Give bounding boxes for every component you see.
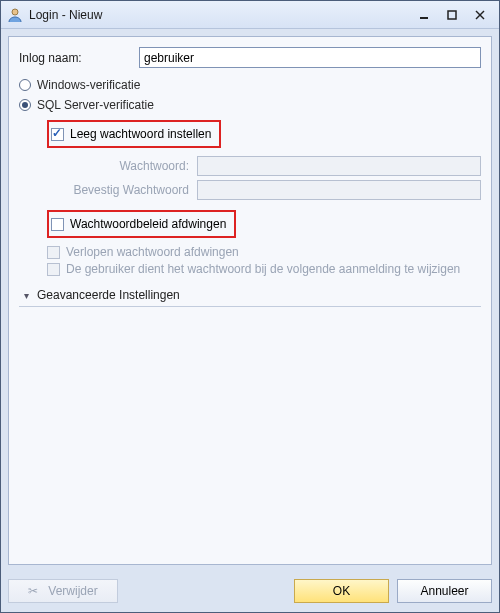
delete-icon: ✂ (28, 584, 42, 598)
highlight-blank-password: Leeg wachtwoord instellen (47, 120, 221, 148)
window-title: Login - Nieuw (29, 8, 417, 22)
blank-password-checkbox[interactable]: Leeg wachtwoord instellen (51, 127, 211, 141)
advanced-settings-label: Geavanceerde Instellingen (37, 288, 180, 302)
delete-button: ✂ Verwijder (8, 579, 118, 603)
cancel-button-label: Annuleer (420, 584, 468, 598)
window-controls (417, 8, 493, 22)
ok-button-label: OK (333, 584, 350, 598)
confirm-password-input (197, 180, 481, 200)
radio-icon (19, 99, 31, 111)
login-name-input[interactable] (139, 47, 481, 68)
svg-point-0 (12, 9, 18, 15)
sql-auth-label: SQL Server-verificatie (37, 98, 154, 112)
must-change-checkbox: De gebruiker dient het wachtwoord bij de… (47, 262, 481, 276)
enforce-expiration-label: Verlopen wachtwoord afdwingen (66, 245, 239, 259)
delete-button-label: Verwijder (48, 584, 97, 598)
checkbox-icon (51, 218, 64, 231)
password-input (197, 156, 481, 176)
user-icon (7, 7, 23, 23)
dialog-footer: ✂ Verwijder OK Annuleer (8, 579, 492, 603)
close-button[interactable] (473, 8, 487, 22)
radio-icon (19, 79, 31, 91)
svg-rect-2 (448, 11, 456, 19)
login-name-label: Inlog naam: (19, 51, 139, 65)
windows-auth-label: Windows-verificatie (37, 78, 140, 92)
windows-auth-radio[interactable]: Windows-verificatie (19, 78, 481, 92)
confirm-password-label: Bevestig Wachtwoord (47, 183, 197, 197)
sql-auth-radio[interactable]: SQL Server-verificatie (19, 98, 481, 112)
password-label: Wachtwoord: (47, 159, 197, 173)
checkbox-icon (47, 246, 60, 259)
highlight-enforce-policy: Wachtwoordbeleid afdwingen (47, 210, 236, 238)
maximize-button[interactable] (445, 8, 459, 22)
svg-rect-1 (420, 17, 428, 19)
cancel-button[interactable]: Annuleer (397, 579, 492, 603)
must-change-label: De gebruiker dient het wachtwoord bij de… (66, 262, 460, 276)
checkbox-icon (47, 263, 60, 276)
dialog-body: Inlog naam: Windows-verificatie SQL Serv… (8, 36, 492, 565)
titlebar: Login - Nieuw (1, 1, 499, 29)
enforce-policy-label: Wachtwoordbeleid afdwingen (70, 217, 226, 231)
checkbox-icon (51, 128, 64, 141)
advanced-settings-expander[interactable]: ▾ Geavanceerde Instellingen (19, 282, 481, 307)
enforce-policy-checkbox[interactable]: Wachtwoordbeleid afdwingen (51, 217, 226, 231)
minimize-button[interactable] (417, 8, 431, 22)
chevron-down-icon: ▾ (19, 290, 33, 301)
enforce-expiration-checkbox: Verlopen wachtwoord afdwingen (47, 245, 481, 259)
ok-button[interactable]: OK (294, 579, 389, 603)
blank-password-label: Leeg wachtwoord instellen (70, 127, 211, 141)
